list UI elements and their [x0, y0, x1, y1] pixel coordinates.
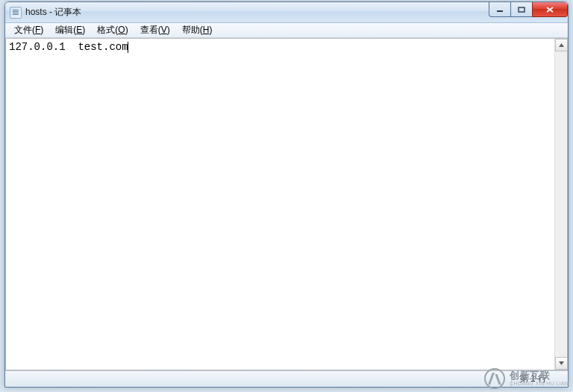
maximize-icon — [518, 7, 525, 13]
editor-content: 127.0.0.1 test.com — [9, 41, 128, 53]
titlebar[interactable]: hosts - 记事本 — [5, 2, 568, 23]
scroll-down-button[interactable] — [555, 357, 568, 370]
close-icon — [545, 6, 554, 13]
menu-file[interactable]: 文件(F) — [8, 23, 49, 37]
statusbar: 第 1 行 — [5, 370, 568, 387]
scrollbar-track[interactable] — [555, 51, 567, 357]
window-title: hosts - 记事本 — [25, 6, 81, 19]
chevron-up-icon — [558, 42, 565, 48]
scroll-up-button[interactable] — [555, 39, 568, 51]
menu-view[interactable]: 查看(V) — [134, 23, 176, 37]
svg-marker-4 — [559, 43, 564, 47]
vertical-scrollbar[interactable] — [554, 39, 567, 370]
status-position: 第 1 行 — [511, 371, 554, 387]
svg-rect-1 — [519, 7, 525, 12]
maximize-button[interactable] — [510, 2, 533, 17]
chevron-down-icon — [558, 360, 565, 367]
svg-rect-0 — [497, 10, 503, 12]
window-controls — [489, 2, 568, 17]
menu-help[interactable]: 帮助(H) — [176, 23, 219, 37]
notepad-window: hosts - 记事本 文件(F) 编辑(E) 格式(O) 查看(V) 帮助(H… — [4, 1, 569, 388]
svg-marker-5 — [559, 361, 564, 365]
text-editor[interactable]: 127.0.0.1 test.com — [6, 39, 554, 370]
minimize-button[interactable] — [489, 2, 511, 17]
close-button[interactable] — [532, 2, 568, 17]
menu-edit[interactable]: 编辑(E) — [49, 23, 91, 37]
notepad-icon — [10, 7, 22, 19]
text-caret — [128, 42, 128, 53]
content-area: 127.0.0.1 test.com — [5, 38, 568, 370]
minimize-icon — [496, 7, 504, 13]
menu-format[interactable]: 格式(O) — [91, 23, 134, 37]
menubar: 文件(F) 编辑(E) 格式(O) 查看(V) 帮助(H) — [5, 23, 568, 38]
